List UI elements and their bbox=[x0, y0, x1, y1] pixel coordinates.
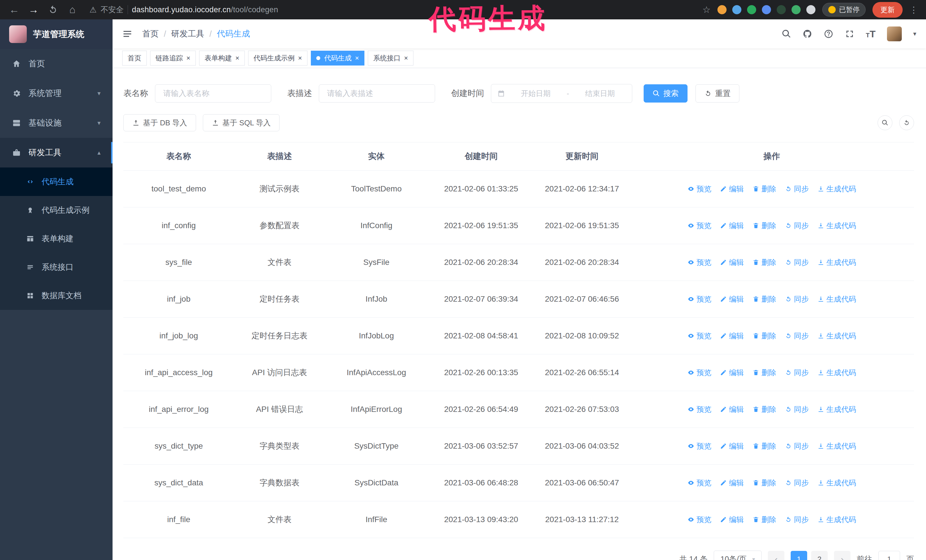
hamburger-icon[interactable] bbox=[122, 29, 133, 39]
close-icon[interactable]: × bbox=[235, 54, 239, 62]
action-eye-link[interactable]: 预览 bbox=[687, 294, 711, 304]
sidebar-item-首页[interactable]: 首页 bbox=[0, 49, 112, 78]
action-edit-link[interactable]: 编辑 bbox=[720, 221, 744, 231]
close-icon[interactable]: × bbox=[355, 54, 359, 62]
action-sync-link[interactable]: 同步 bbox=[785, 405, 809, 414]
sidebar-subitem-表单构建[interactable]: 表单构建 bbox=[0, 225, 112, 253]
chrome-update-button[interactable]: 更新 bbox=[872, 2, 903, 18]
close-icon[interactable]: × bbox=[404, 54, 408, 62]
action-delete-link[interactable]: 删除 bbox=[752, 368, 776, 378]
action-download-link[interactable]: 生成代码 bbox=[817, 515, 856, 525]
browser-refresh-icon[interactable] bbox=[47, 5, 59, 15]
action-edit-link[interactable]: 编辑 bbox=[720, 258, 744, 267]
action-delete-link[interactable]: 删除 bbox=[752, 405, 776, 414]
action-edit-link[interactable]: 编辑 bbox=[720, 441, 744, 451]
action-download-link[interactable]: 生成代码 bbox=[817, 478, 856, 488]
action-delete-link[interactable]: 删除 bbox=[752, 221, 776, 231]
action-download-link[interactable]: 生成代码 bbox=[817, 405, 856, 414]
goto-page-input[interactable] bbox=[878, 551, 900, 560]
action-edit-link[interactable]: 编辑 bbox=[720, 515, 744, 525]
action-edit-link[interactable]: 编辑 bbox=[720, 331, 744, 341]
action-edit-link[interactable]: 编辑 bbox=[720, 294, 744, 304]
action-download-link[interactable]: 生成代码 bbox=[817, 294, 856, 304]
action-delete-link[interactable]: 删除 bbox=[752, 478, 776, 488]
close-icon[interactable]: × bbox=[298, 54, 302, 62]
action-eye-link[interactable]: 预览 bbox=[687, 441, 711, 451]
tab-代码生成[interactable]: 代码生成× bbox=[311, 51, 365, 65]
action-download-link[interactable]: 生成代码 bbox=[817, 258, 856, 267]
sidebar-item-基础设施[interactable]: 基础设施▾ bbox=[0, 108, 112, 138]
tab-链路追踪[interactable]: 链路追踪× bbox=[150, 51, 196, 65]
prev-page-button[interactable]: ‹ bbox=[768, 551, 784, 560]
action-eye-link[interactable]: 预览 bbox=[687, 515, 711, 525]
action-eye-link[interactable]: 预览 bbox=[687, 221, 711, 231]
ext-people-icon[interactable] bbox=[762, 5, 771, 14]
address-bar[interactable]: dashboard.yudao.iocoder.cn/tool/codegen bbox=[132, 5, 278, 14]
next-page-button[interactable]: › bbox=[834, 551, 850, 560]
sidebar-item-研发工具[interactable]: 研发工具▴ bbox=[0, 138, 112, 168]
action-edit-link[interactable]: 编辑 bbox=[720, 184, 744, 194]
github-icon[interactable] bbox=[803, 29, 812, 39]
action-sync-link[interactable]: 同步 bbox=[785, 331, 809, 341]
tab-代码生成示例[interactable]: 代码生成示例× bbox=[248, 51, 307, 65]
action-eye-link[interactable]: 预览 bbox=[687, 184, 711, 194]
action-sync-link[interactable]: 同步 bbox=[785, 515, 809, 525]
bookmark-star-icon[interactable]: ☆ bbox=[702, 4, 711, 15]
action-delete-link[interactable]: 删除 bbox=[752, 294, 776, 304]
action-eye-link[interactable]: 预览 bbox=[687, 405, 711, 414]
action-sync-link[interactable]: 同步 bbox=[785, 258, 809, 267]
action-sync-link[interactable]: 同步 bbox=[785, 441, 809, 451]
action-sync-link[interactable]: 同步 bbox=[785, 184, 809, 194]
action-download-link[interactable]: 生成代码 bbox=[817, 368, 856, 378]
toggle-search-button[interactable] bbox=[878, 115, 893, 130]
action-delete-link[interactable]: 删除 bbox=[752, 331, 776, 341]
tab-系统接口[interactable]: 系统接口× bbox=[368, 51, 413, 65]
date-range-picker[interactable]: 开始日期 - 结束日期 bbox=[491, 84, 632, 103]
breadcrumb-item[interactable]: 研发工具 bbox=[171, 28, 204, 39]
action-edit-link[interactable]: 编辑 bbox=[720, 368, 744, 378]
font-size-icon[interactable]: TT bbox=[866, 29, 876, 39]
paused-badge[interactable]: 已暂停 bbox=[822, 3, 865, 17]
sidebar-subitem-系统接口[interactable]: 系统接口 bbox=[0, 253, 112, 281]
user-avatar[interactable] bbox=[887, 27, 902, 41]
page-button-2[interactable]: 2 bbox=[811, 551, 828, 560]
refresh-table-button[interactable] bbox=[899, 115, 914, 130]
browser-back-icon[interactable]: ← bbox=[8, 5, 21, 15]
caret-down-icon[interactable]: ▾ bbox=[913, 30, 916, 38]
ext-leaf-icon[interactable] bbox=[791, 5, 800, 14]
import-db-button[interactable]: 基于 DB 导入 bbox=[123, 114, 196, 131]
sidebar-subitem-代码生成[interactable]: 代码生成 bbox=[0, 168, 112, 196]
action-delete-link[interactable]: 删除 bbox=[752, 258, 776, 267]
action-edit-link[interactable]: 编辑 bbox=[720, 405, 744, 414]
action-eye-link[interactable]: 预览 bbox=[687, 331, 711, 341]
sidebar-logo[interactable]: 芋道管理系统 bbox=[0, 20, 112, 49]
ext-puzzle-icon[interactable] bbox=[806, 5, 816, 14]
ext-dark-green-icon[interactable] bbox=[777, 5, 786, 14]
chrome-menu-icon[interactable]: ⋮ bbox=[909, 5, 918, 15]
sidebar-subitem-数据库文档[interactable]: 数据库文档 bbox=[0, 281, 112, 310]
reset-button[interactable]: 重置 bbox=[696, 84, 739, 103]
tab-表单构建[interactable]: 表单构建× bbox=[199, 51, 245, 65]
action-edit-link[interactable]: 编辑 bbox=[720, 478, 744, 488]
action-download-link[interactable]: 生成代码 bbox=[817, 184, 856, 194]
breadcrumb-item[interactable]: 首页 bbox=[142, 28, 159, 39]
action-delete-link[interactable]: 删除 bbox=[752, 184, 776, 194]
page-button-1[interactable]: 1 bbox=[791, 551, 807, 560]
ext-orange-icon[interactable] bbox=[717, 5, 726, 14]
site-security[interactable]: ⚠ 不安全 dashboard.yudao.iocoder.cn/tool/co… bbox=[89, 5, 278, 15]
action-eye-link[interactable]: 预览 bbox=[687, 258, 711, 267]
search-button[interactable]: 搜索 bbox=[644, 84, 687, 103]
question-icon[interactable] bbox=[824, 29, 834, 39]
page-size-select[interactable]: 10条/页 ▾ bbox=[714, 551, 762, 560]
action-delete-link[interactable]: 删除 bbox=[752, 441, 776, 451]
table-desc-input[interactable] bbox=[319, 84, 435, 103]
action-sync-link[interactable]: 同步 bbox=[785, 221, 809, 231]
tab-首页[interactable]: 首页 bbox=[122, 51, 147, 65]
action-download-link[interactable]: 生成代码 bbox=[817, 441, 856, 451]
sidebar-item-系统管理[interactable]: 系统管理▾ bbox=[0, 78, 112, 108]
import-sql-button[interactable]: 基于 SQL 导入 bbox=[203, 114, 280, 131]
action-download-link[interactable]: 生成代码 bbox=[817, 331, 856, 341]
close-icon[interactable]: × bbox=[186, 54, 190, 62]
action-eye-link[interactable]: 预览 bbox=[687, 368, 711, 378]
action-download-link[interactable]: 生成代码 bbox=[817, 221, 856, 231]
